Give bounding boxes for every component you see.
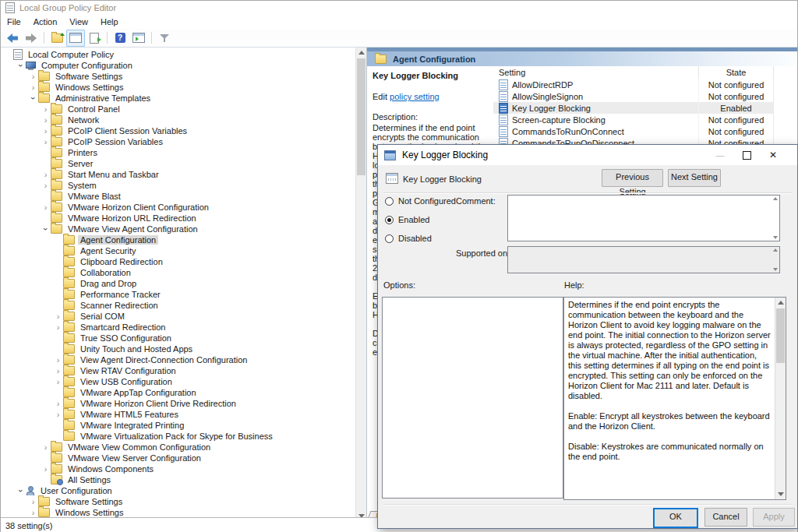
ok-button[interactable]: OK xyxy=(653,508,698,528)
tree-item-software-settings[interactable]: ›Software Settings xyxy=(2,496,355,507)
show-action-pane-button[interactable] xyxy=(129,30,148,47)
tree-item-server[interactable]: Server xyxy=(2,158,355,169)
chevron-right-icon[interactable]: › xyxy=(28,83,38,92)
tree-item-user-configuration[interactable]: ›User Configuration xyxy=(2,485,355,496)
chevron-right-icon[interactable]: › xyxy=(41,137,51,146)
tree-item-pcoip-client-session-variables[interactable]: ›PCoIP Client Session Variables xyxy=(2,125,355,136)
tree-item-smartcard-redirection[interactable]: ›Smartcard Redirection xyxy=(2,322,355,333)
tree-item-true-sso-configuration[interactable]: True SSO Configuration xyxy=(2,333,355,344)
filter-button[interactable] xyxy=(155,30,174,47)
tree-item-start-menu-and-taskbar[interactable]: ›Start Menu and Taskbar xyxy=(2,169,355,180)
tree-item-printers[interactable]: Printers xyxy=(2,147,355,158)
tree-item-network[interactable]: ›Network xyxy=(2,115,355,125)
close-icon[interactable]: ✕ xyxy=(760,145,786,165)
chevron-right-icon[interactable]: › xyxy=(41,104,51,114)
tree-item-view-usb-configuration[interactable]: ›View USB Configuration xyxy=(2,376,355,387)
back-button[interactable] xyxy=(3,30,22,47)
tree-item-all-settings[interactable]: All Settings xyxy=(2,474,355,485)
tree-item-windows-settings[interactable]: ›Windows Settings xyxy=(2,507,355,518)
chevron-down-icon[interactable]: › xyxy=(16,61,26,71)
scrollbar-thumb[interactable] xyxy=(357,58,365,175)
tree-item-vmware-view-common-configuration[interactable]: ›VMware View Common Configuration xyxy=(2,442,355,453)
tree-item-collaboration[interactable]: Collaboration xyxy=(2,267,355,278)
radio-enabled[interactable]: Enabled xyxy=(385,214,429,225)
tree-item-computer-configuration[interactable]: ›Computer Configuration xyxy=(2,60,355,71)
chevron-right-icon[interactable]: › xyxy=(53,366,63,375)
tree-item-vmware-view-server-configuration[interactable]: VMware View Server Configuration xyxy=(2,453,355,463)
tree-item-clipboard-redirection[interactable]: Clipboard Redirection xyxy=(2,256,355,267)
tree-item-windows-settings[interactable]: ›Windows Settings xyxy=(2,82,355,93)
scroll-up-button[interactable] xyxy=(356,48,366,58)
tree-item-view-rtav-configuration[interactable]: ›View RTAV Configuration xyxy=(2,365,355,376)
radio-disabled[interactable]: Disabled xyxy=(385,233,432,244)
chevron-right-icon[interactable]: › xyxy=(41,170,51,179)
tree-item-local-computer-policy[interactable]: Local Computer Policy xyxy=(2,49,355,60)
maximize-icon[interactable] xyxy=(733,145,760,165)
chevron-right-icon[interactable]: › xyxy=(53,377,63,386)
tree-item-performance-tracker[interactable]: Performance Tracker xyxy=(2,289,355,300)
forward-button[interactable] xyxy=(22,30,41,47)
tree-item-vmware-horizon-client-drive-redirection[interactable]: ›VMware Horizon Client Drive Redirection xyxy=(2,398,355,409)
tree-item-scanner-redirection[interactable]: Scanner Redirection xyxy=(2,300,355,311)
comment-input[interactable] xyxy=(507,195,780,241)
column-header-setting[interactable]: Setting xyxy=(493,68,698,77)
settings-row-screen-capture-blocking[interactable]: Screen-capture BlockingNot configured xyxy=(493,114,774,125)
chevron-right-icon[interactable]: › xyxy=(53,322,63,332)
menu-help[interactable]: Help xyxy=(94,16,125,28)
radio-not-configured[interactable]: Not Configured xyxy=(385,196,456,206)
scroll-up-icon[interactable] xyxy=(773,197,778,200)
tree-item-vmware-view-agent-configuration[interactable]: ›VMware View Agent Configuration xyxy=(2,224,355,234)
tree-item-vmware-blast[interactable]: VMware Blast xyxy=(2,191,355,202)
chevron-right-icon[interactable]: › xyxy=(41,203,51,212)
chevron-down-icon[interactable]: › xyxy=(41,224,51,234)
next-setting-button[interactable]: Next Setting xyxy=(668,169,721,187)
scroll-up-button[interactable] xyxy=(775,298,786,308)
tree-item-windows-components[interactable]: ›Windows Components xyxy=(2,463,355,474)
tree-item-view-agent-direct-connection-configuration[interactable]: ›View Agent Direct-Connection Configurat… xyxy=(2,354,355,365)
tree-item-vmware-html5-features[interactable]: ›VMware HTML5 Features xyxy=(2,409,355,420)
settings-row-allowsinglesignon[interactable]: AllowSingleSignonNot configured xyxy=(493,90,774,102)
chevron-right-icon[interactable]: › xyxy=(41,115,51,125)
chevron-right-icon[interactable]: › xyxy=(28,497,38,506)
chevron-right-icon[interactable]: › xyxy=(28,72,38,81)
menu-file[interactable]: File xyxy=(1,16,27,28)
help-button[interactable] xyxy=(111,30,129,47)
chevron-right-icon[interactable]: › xyxy=(41,464,51,474)
scroll-down-button[interactable] xyxy=(775,489,786,499)
menu-view[interactable]: View xyxy=(63,16,94,28)
chevron-right-icon[interactable]: › xyxy=(53,410,63,419)
column-header-state[interactable]: State xyxy=(698,66,774,79)
tree-item-software-settings[interactable]: ›Software Settings xyxy=(2,71,355,82)
tree-item-administrative-templates[interactable]: ›Administrative Templates xyxy=(2,93,355,104)
chevron-right-icon[interactable]: › xyxy=(53,355,63,365)
tree-item-vmware-integrated-printing[interactable]: VMware Integrated Printing xyxy=(2,420,355,431)
scroll-down-icon[interactable] xyxy=(773,236,778,239)
tree-item-serial-com[interactable]: ›Serial COM xyxy=(2,311,355,322)
chevron-down-icon[interactable]: › xyxy=(29,93,38,104)
tree-item-vmware-horizon-client-configuration[interactable]: ›VMware Horizon Client Configuration xyxy=(2,202,355,213)
chevron-right-icon[interactable]: › xyxy=(53,312,63,321)
show-console-tree-button[interactable] xyxy=(66,30,85,47)
tree-item-control-panel[interactable]: ›Control Panel xyxy=(2,104,355,115)
tree-item-vmware-apptap-configuration[interactable]: VMware AppTap Configuration xyxy=(2,387,355,398)
previous-setting-button[interactable]: Previous Setting xyxy=(602,169,663,187)
chevron-right-icon[interactable]: › xyxy=(41,126,51,136)
tree-item-agent-security[interactable]: Agent Security xyxy=(2,245,355,256)
tree-item-agent-configuration[interactable]: Agent Configuration xyxy=(2,234,355,245)
cancel-button[interactable]: Cancel xyxy=(704,508,747,527)
chevron-down-icon[interactable]: › xyxy=(16,486,26,496)
tree-item-pcoip-session-variables[interactable]: ›PCoIP Session Variables xyxy=(2,136,355,147)
tree-scrollbar[interactable] xyxy=(355,48,366,521)
chevron-right-icon[interactable]: › xyxy=(28,508,38,517)
tree-item-system[interactable]: ›System xyxy=(2,180,355,191)
chevron-right-icon[interactable]: › xyxy=(41,181,51,190)
policy-setting-link[interactable]: policy setting xyxy=(390,92,440,101)
up-one-level-button[interactable] xyxy=(48,30,66,47)
settings-row-allowdirectrdp[interactable]: AllowDirectRDPNot configured xyxy=(493,79,774,90)
tree-item-unity-touch-and-hosted-apps[interactable]: Unity Touch and Hosted Apps xyxy=(2,344,355,354)
export-list-button[interactable] xyxy=(85,30,104,47)
tree-item-vmware-virtualization-pack-for-skype-for-business[interactable]: VMware Virtualization Pack for Skype for… xyxy=(2,431,355,442)
help-scrollbar[interactable] xyxy=(775,298,786,499)
scrollbar-thumb[interactable] xyxy=(776,308,785,363)
settings-row-commandstorunonconnect[interactable]: CommandsToRunOnConnectNot configured xyxy=(493,125,774,137)
